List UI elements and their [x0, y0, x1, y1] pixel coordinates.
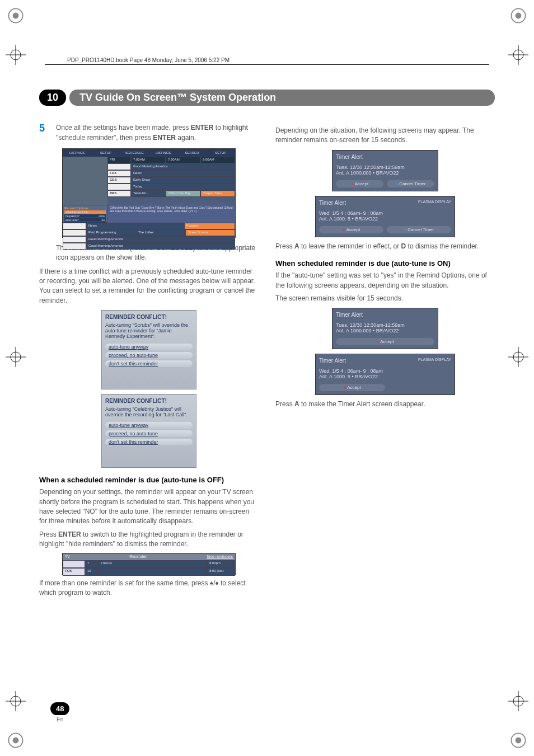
reg-mark-icon [508, 691, 528, 711]
reg-mark-icon [508, 347, 528, 367]
step-text: Once all the settings have been made, pr… [56, 123, 259, 143]
body-text: If the "auto-tune" setting was set to "y… [275, 271, 495, 290]
conflict-option[interactable]: auto-tune anyway [105, 422, 193, 429]
svg-point-23 [13, 738, 19, 744]
accept-button[interactable]: Accept [336, 338, 434, 345]
timer-alert-dialog: Timer Alert Tues. 12/30 12:30am-12:59am … [332, 150, 438, 191]
conflict-dialog: REMINDER CONFLICT! Auto-tuning "Celebrit… [101, 394, 196, 468]
program-description: Clifford the Big Red Dog "Good-Bye T-Bon… [107, 205, 235, 223]
conflict-option[interactable]: proceed, no auto-tune [105, 352, 193, 359]
tab: SETUP [91, 149, 120, 157]
reg-mark-corner-icon [6, 730, 26, 750]
svg-point-25 [516, 738, 522, 744]
preview-window [63, 157, 107, 205]
header-rule [45, 64, 489, 65]
cancel-timer-button[interactable]: Cancel Timer [387, 226, 451, 233]
reg-mark-icon [6, 45, 26, 65]
timer-alert-dialog-wide: Timer AlertPLASMA DISPLAY Wed. 1/5 4 : 0… [315, 196, 455, 237]
reg-mark-corner-icon [508, 6, 528, 26]
cancel-timer-button[interactable]: Cancel Timer [387, 180, 434, 187]
accept-button[interactable]: Accept [336, 180, 383, 187]
body-text: If more than one reminder is set for the… [39, 579, 259, 598]
subheading: When scheduled reminder is due (auto-tun… [275, 259, 495, 267]
timer-alert-dialog: Timer Alert Tues. 12/30 12:30am-12:59am … [332, 308, 438, 349]
subheading: When a scheduled reminder is due (auto-t… [39, 476, 259, 484]
body-text: Press A to make the Timer Alert screen d… [275, 400, 495, 409]
timer-alert-dialog-wide: Timer AlertPLASMA DISPLAY Wed. 1/5 4 : 0… [315, 354, 455, 395]
conflict-option[interactable]: auto-tune anyway [105, 344, 193, 350]
body-text: If there is a time conflict with a previ… [39, 267, 259, 306]
body-text: The screen remains visible for 15 second… [275, 294, 495, 303]
body-text: Depending on your settings, the reminder… [39, 487, 259, 527]
chapter-title: TV Guide On Screen™ System Operation [69, 90, 495, 106]
step-number: 5 [39, 123, 48, 143]
tab: LISTINGS [63, 149, 91, 157]
accept-button[interactable]: Accept [319, 384, 385, 391]
tvguide-screenshot: LISTINGS SETUP SCHEDULE LISTINGS SEARCH … [62, 148, 236, 238]
left-column: 5 Once all the settings have been made, … [39, 123, 259, 601]
accept-button[interactable]: Accept [319, 226, 383, 233]
svg-point-1 [13, 13, 19, 19]
page-number: 48 En [50, 702, 69, 722]
reg-mark-icon [6, 347, 26, 367]
tab: LISTINGS [149, 149, 177, 157]
conflict-option[interactable]: don't set this reminder [105, 439, 193, 445]
chapter-number: 10 [39, 90, 66, 106]
reg-mark-corner-icon [6, 6, 26, 26]
tab: SETUP [207, 149, 235, 157]
reminder-bar-screenshot: TVReminder!hide reminders 7Friends8:00pm… [62, 553, 236, 575]
listings-grid: FRI7:00AM7:30AM8:00AM Good Morning Ameri… [107, 157, 235, 205]
body-text: Press ENTER to switch to the highlighted… [39, 530, 259, 550]
conflict-option[interactable]: don't set this reminder [105, 360, 193, 367]
tab: SEARCH [177, 149, 206, 157]
manual-page: PDP_PRO1140HD.book Page 48 Monday, June … [0, 0, 534, 756]
reg-mark-corner-icon [508, 730, 528, 750]
reg-mark-icon [6, 691, 26, 711]
body-text: Press A to leave the reminder in effect,… [275, 242, 495, 251]
right-column: Depending on the situation, the followin… [275, 123, 495, 601]
tab: SCHEDULE [120, 149, 149, 157]
body-text: Depending on the situation, the followin… [275, 126, 495, 145]
chapter-bar: 10 TV Guide On Screen™ System Operation [39, 90, 495, 106]
reg-mark-icon [508, 45, 528, 65]
conflict-dialog: REMINDER CONFLICT! Auto-tuning "Scrubs" … [101, 310, 196, 389]
svg-point-3 [516, 13, 522, 19]
page-header: PDP_PRO1140HD.book Page 48 Monday, June … [67, 57, 229, 63]
remind-options-panel: Remind Options schedule reminder frequen… [63, 205, 107, 223]
conflict-option[interactable]: proceed, no auto-tune [105, 430, 193, 437]
